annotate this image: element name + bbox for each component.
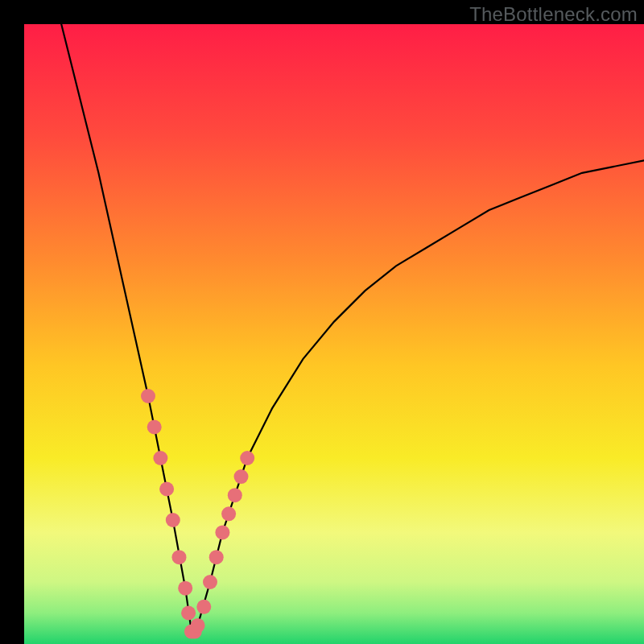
marker-dot: [159, 482, 174, 497]
marker-dot: [209, 550, 224, 564]
marker-dot: [147, 420, 162, 435]
marker-dot: [215, 525, 229, 539]
marker-group: [141, 389, 254, 639]
marker-dot: [221, 506, 236, 521]
marker-dot: [228, 488, 242, 502]
marker-dot: [234, 469, 249, 484]
marker-dot: [172, 550, 187, 564]
marker-dot: [153, 451, 167, 465]
marker-dot: [203, 575, 217, 589]
bottleneck-curve: [61, 24, 644, 632]
marker-dot: [191, 618, 205, 633]
watermark-text: TheBottleneck.com: [469, 3, 638, 26]
marker-dot: [240, 451, 254, 465]
marker-dot: [196, 600, 211, 614]
curve-layer: [24, 24, 644, 644]
plot-area: [24, 24, 644, 644]
marker-dot: [181, 606, 196, 621]
marker-dot: [166, 513, 180, 527]
marker-dot: [178, 581, 192, 596]
chart-frame: TheBottleneck.com: [0, 0, 644, 644]
marker-dot: [141, 389, 155, 403]
